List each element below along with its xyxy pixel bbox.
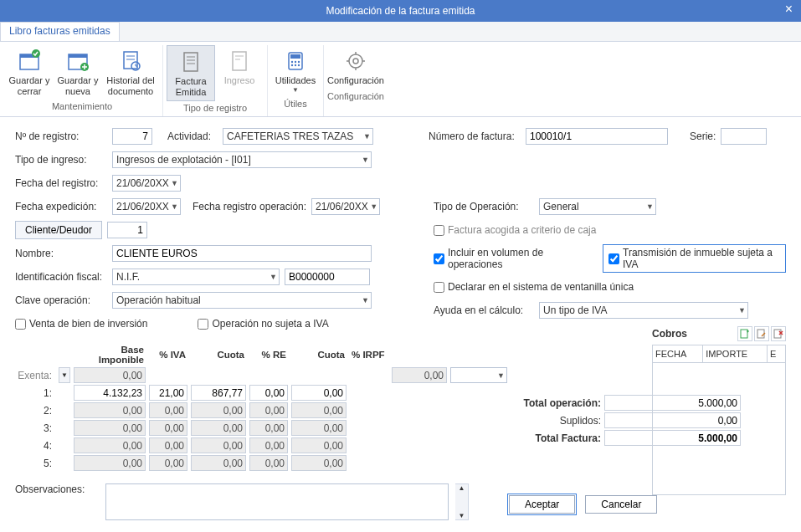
exenta-base: [74, 367, 146, 383]
chevron-up-icon: ▲: [459, 484, 465, 492]
col-re: % RE: [248, 343, 290, 366]
num-factura-label: Número de factura:: [429, 130, 521, 142]
cancelar-button[interactable]: Cancelar: [585, 495, 657, 514]
clave-op-select[interactable]: Operación habitual▼: [112, 292, 372, 309]
transmision-inmueble-checkbox[interactable]: Transmisión de inmueble sujeta a IVA: [603, 244, 786, 273]
tipo-ingreso-select[interactable]: Ingresos de explotación - [I01]▼: [112, 151, 372, 168]
cuota2-field[interactable]: [291, 437, 347, 453]
svg-point-22: [291, 64, 293, 66]
nombre-field[interactable]: [112, 245, 372, 262]
iva-field[interactable]: [149, 385, 187, 401]
fecha-reg-op-label: Fecha registro operación:: [193, 201, 306, 212]
col-fecha: FECHA: [653, 345, 703, 363]
tab-libro-facturas[interactable]: Libro facturas emitidas: [0, 22, 120, 41]
configuracion-button[interactable]: Configuración: [327, 45, 384, 90]
utilities-icon: [283, 49, 308, 74]
cuota2-field[interactable]: [291, 455, 347, 471]
fecha-reg-op-field[interactable]: 21/06/20XX▼: [311, 198, 380, 215]
cliente-deudor-button[interactable]: Cliente/Deudor: [15, 221, 102, 239]
base-field[interactable]: [74, 420, 146, 436]
dropdown-icon[interactable]: ▼: [59, 367, 70, 383]
base-field[interactable]: [74, 437, 146, 453]
scrollbar[interactable]: ▲▼: [455, 483, 469, 520]
chevron-down-icon: ▼: [363, 132, 371, 141]
svg-point-21: [298, 61, 300, 63]
iva-field[interactable]: [149, 402, 187, 418]
n-registro-label: Nº de registro:: [15, 130, 107, 142]
guardar-cerrar-button[interactable]: Guardar y cerrar: [5, 45, 54, 100]
cliente-num-field[interactable]: [107, 222, 147, 238]
re-field[interactable]: [249, 385, 288, 401]
ingreso-button[interactable]: Ingreso: [215, 45, 264, 101]
svg-point-23: [295, 64, 296, 66]
declarar-vu-checkbox[interactable]: Declarar en el sistema de ventanilla úni…: [434, 281, 634, 293]
suplidos-label: Suplidos:: [517, 415, 601, 427]
serie-label: Serie:: [690, 130, 716, 142]
ribbon-group-label: Tipo de registro: [183, 101, 247, 116]
ribbon-group-tipo-registro: Factura Emitida Ingreso Tipo de registro: [163, 45, 268, 116]
factura-caja-checkbox[interactable]: Factura acogida a criterio de caja: [434, 224, 596, 236]
num-factura-field[interactable]: [526, 128, 668, 145]
col-e: E: [768, 345, 786, 363]
observaciones-field[interactable]: [105, 483, 449, 520]
fecha-expedicion-field[interactable]: 21/06/20XX▼: [112, 198, 181, 215]
iva-field[interactable]: [149, 420, 187, 436]
close-icon[interactable]: ×: [785, 2, 793, 17]
re-field[interactable]: [249, 455, 288, 471]
ayuda-calc-select[interactable]: Un tipo de IVA▼: [539, 302, 748, 319]
line-row: 4:: [15, 437, 509, 454]
exenta-extra-select[interactable]: ▼: [450, 367, 507, 383]
re-field[interactable]: [249, 402, 288, 418]
chevron-down-icon: ▼: [362, 156, 369, 164]
venta-bien-checkbox[interactable]: Venta de bien de inversión: [15, 318, 147, 330]
actividad-select[interactable]: CAFETERIAS TRES TAZAS▼: [223, 128, 373, 145]
iva-field[interactable]: [149, 455, 187, 471]
svg-rect-10: [184, 53, 198, 71]
settings-icon: [343, 49, 368, 74]
cobros-title: Cobros: [652, 328, 687, 340]
cuota2-field[interactable]: [291, 402, 347, 418]
col-cuota2: Cuota: [290, 343, 348, 366]
chevron-down-icon: ▼: [362, 296, 369, 304]
historial-button[interactable]: Historial del documento: [102, 45, 159, 100]
re-field[interactable]: [249, 437, 288, 453]
tipo-op-select[interactable]: General▼: [539, 198, 656, 215]
cuota-field[interactable]: [191, 437, 246, 453]
incluir-volumen-checkbox[interactable]: Incluir en volumen de operaciones: [434, 247, 591, 270]
fecha-registro-field[interactable]: 21/06/20XX▼: [112, 175, 181, 192]
cobros-body[interactable]: [652, 363, 786, 495]
cobros-edit-icon[interactable]: [754, 326, 769, 341]
guardar-nueva-button[interactable]: Guardar y nueva: [54, 45, 102, 100]
line-row: 2:: [15, 402, 509, 419]
cobros-panel: Cobros FECHA IMPORTE E: [652, 323, 786, 495]
re-field[interactable]: [249, 420, 288, 436]
save-new-icon: [65, 49, 90, 74]
chevron-down-icon: ▼: [270, 273, 277, 281]
history-icon: [118, 49, 143, 74]
factura-emitida-button[interactable]: Factura Emitida: [167, 45, 215, 101]
base-field[interactable]: [74, 385, 146, 401]
ribbon-group-mantenimiento: Guardar y cerrar Guardar y nueva Histori…: [2, 45, 163, 116]
cuota-field[interactable]: [191, 455, 246, 471]
cobros-new-icon[interactable]: [737, 326, 752, 341]
cuota-field[interactable]: [191, 402, 246, 418]
op-no-sujeta-checkbox[interactable]: Operación no sujeta a IVA: [198, 318, 328, 330]
id-fiscal-num-field[interactable]: [285, 269, 370, 285]
titlebar: Modificación de la factura emitida ×: [0, 0, 801, 22]
cuota2-field[interactable]: [291, 420, 347, 436]
chevron-down-icon: ▼: [459, 512, 465, 519]
cobros-delete-icon[interactable]: [771, 326, 786, 341]
cuota-field[interactable]: [191, 420, 246, 436]
col-base: Base Imponible: [72, 343, 147, 366]
aceptar-button[interactable]: Aceptar: [509, 495, 575, 514]
iva-field[interactable]: [149, 437, 187, 453]
n-registro-field[interactable]: [112, 128, 152, 145]
base-field[interactable]: [74, 402, 146, 418]
base-field[interactable]: [74, 455, 146, 471]
serie-field[interactable]: [721, 128, 767, 145]
cuota2-field[interactable]: [291, 385, 347, 401]
chevron-down-icon: ▼: [738, 306, 746, 315]
utilidades-button[interactable]: Utilidades ▼: [271, 45, 320, 97]
id-fiscal-tipo-select[interactable]: N.I.F.▼: [112, 269, 280, 285]
cuota-field[interactable]: [191, 385, 246, 401]
